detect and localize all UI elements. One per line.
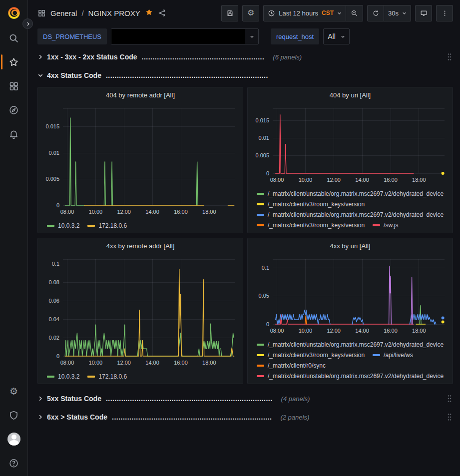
legend-item[interactable]: 10.0.3.2 [47,220,79,230]
svg-text:18:00: 18:00 [412,328,426,334]
sidebar: ⚙ [0,0,28,476]
legend-label: /_matrix/client/unstable/org.matrix.msc2… [268,373,444,380]
row-4xx[interactable]: 4xx Status Code ........................… [37,68,453,82]
legend-swatch [257,224,264,226]
sidebar-item-alerting[interactable] [0,122,28,146]
legend-label: /_matrix/client/unstable/org.matrix.msc2… [268,190,444,197]
row-title-leader: ........................................… [112,413,272,421]
timeseries-chart[interactable]: 00.0050.010.01508:0010:0012:0014:0016:00… [251,101,450,185]
grafana-app: ⚙ Gener [0,0,460,476]
svg-text:0.04: 0.04 [49,316,59,322]
svg-text:0: 0 [56,353,59,359]
zoom-out-time-button[interactable] [346,5,363,21]
legend-item[interactable]: 172.18.0.6 [87,371,127,381]
sidebar-item-dashboards[interactable] [0,74,28,98]
legend-swatch [373,354,380,356]
kebab-menu-button[interactable] [436,5,453,21]
svg-text:18:00: 18:00 [202,209,216,215]
row-drag-handle-icon[interactable] [447,53,452,61]
panel-title[interactable]: 404 by remote addr [All] [41,89,240,101]
svg-text:16:00: 16:00 [174,209,188,215]
legend-item[interactable]: /sw.js [373,220,398,230]
sidebar-item-profile[interactable] [0,427,28,451]
legend-swatch [257,365,264,367]
row-title-leader: ........................................… [106,71,268,79]
row-drag-handle-icon[interactable] [447,413,452,421]
bell-icon [8,129,19,139]
timeseries-chart[interactable]: 00.020.040.060.080.108:0010:0012:0014:00… [41,252,240,368]
chart-legend: /_matrix/client/unstable/org.matrix.msc2… [251,339,450,381]
save-icon [226,9,234,17]
legend-item[interactable]: /_matrix/client/unstable/org.matrix.msc2… [257,188,444,199]
svg-text:12:00: 12:00 [117,360,131,366]
variable-select-request-host[interactable]: All [323,28,350,44]
compass-icon [8,105,19,115]
svg-text:14:00: 14:00 [145,209,159,215]
svg-text:08:00: 08:00 [60,209,74,215]
legend-item[interactable]: 172.18.0.6 [87,220,127,230]
sidebar-item-help[interactable] [0,451,28,475]
toolbar: ⚙ Last 12 hours CST [221,5,453,21]
kebab-icon [441,9,449,17]
legend-item[interactable]: 10.0.3.2 [47,371,79,381]
time-range-picker[interactable]: Last 12 hours CST [263,5,346,21]
legend-item[interactable]: /_matrix/client/unstable/org.matrix.msc2… [257,371,444,381]
sidebar-item-configuration[interactable]: ⚙ [0,379,28,403]
sidebar-item-server-admin[interactable] [0,403,28,427]
svg-text:0.05: 0.05 [259,293,269,299]
timeseries-chart[interactable]: 00.0050.010.01508:0010:0012:0014:0016:00… [41,101,240,217]
legend-label: 10.0.3.2 [58,222,79,229]
breadcrumb-section[interactable]: General [50,9,77,17]
sidebar-expand-button[interactable] [22,18,33,29]
sidebar-item-search[interactable] [0,26,28,50]
dashboards-grid-icon [8,81,19,91]
panel-title[interactable]: 4xx by uri [All] [251,240,450,252]
sidebar-item-explore[interactable] [0,98,28,122]
chart-legend: /_matrix/client/unstable/org.matrix.msc2… [251,188,450,230]
svg-text:14:00: 14:00 [145,360,159,366]
row-drag-handle-icon[interactable] [447,395,452,403]
legend-label: /_matrix/client/v3/room_keys/version [268,352,365,359]
svg-text:0.06: 0.06 [49,298,59,304]
chart-legend: 10.0.3.2172.18.0.6 [41,220,240,230]
legend-swatch [257,203,264,205]
breadcrumb: General / NGINX PROXY [37,8,166,18]
dashboard-canvas: 1xx - 3xx - 2xx Status Code ............… [28,47,460,476]
legend-item[interactable]: /_matrix/client/v3/room_keys/version [257,350,365,360]
favorite-star-icon[interactable] [145,8,153,18]
row-title-leader: ........................................… [106,395,273,403]
svg-text:10:00: 10:00 [89,360,103,366]
row-6xx[interactable]: 6xx > Status Code ......................… [37,410,453,424]
svg-text:0.1: 0.1 [262,265,269,271]
variable-select-ds-prometheus[interactable] [111,28,259,44]
panel-title[interactable]: 4xx by remote addr [All] [41,240,240,252]
svg-text:0.1: 0.1 [52,261,59,267]
svg-text:12:00: 12:00 [327,177,341,183]
panel-404-by-uri: 404 by uri [All] 00.0050.010.01508:0010:… [247,87,453,233]
refresh-button[interactable] [367,5,384,21]
variable-label-request-host: request_host [271,28,319,44]
svg-text:0.02: 0.02 [49,335,59,341]
timeseries-chart[interactable]: 00.050.108:0010:0012:0014:0016:0018:00 [251,252,450,336]
sidebar-item-starred[interactable] [0,50,28,74]
dashboard-settings-button[interactable]: ⚙ [242,5,259,21]
legend-item[interactable]: /_matrix/client/unstable/org.matrix.msc2… [257,209,444,220]
row-5xx[interactable]: 5xx Status Code ........................… [37,392,453,406]
row-1xx-3xx-2xx[interactable]: 1xx - 3xx - 2xx Status Code ............… [37,50,453,64]
cycle-view-mode-button[interactable] [415,5,432,21]
share-icon[interactable] [158,9,166,17]
save-dashboard-button[interactable] [221,5,238,21]
redacted-value [111,29,245,44]
svg-text:0: 0 [266,321,269,327]
legend-item[interactable]: /_matrix/client/v3/room_keys/version [257,199,365,209]
legend-item[interactable]: /api/live/ws [373,350,413,360]
legend-item[interactable]: /_matrix/client/r0/sync [257,360,326,371]
legend-item[interactable]: /_matrix/client/unstable/org.matrix.msc2… [257,339,444,350]
legend-item[interactable]: /_matrix/client/v3/room_keys/version [257,220,365,230]
time-controls: Last 12 hours CST [263,5,363,21]
panel-4xx-by-uri: 4xx by uri [All] 00.050.108:0010:0012:00… [247,238,453,384]
zoom-out-icon [351,9,358,17]
panel-title[interactable]: 404 by uri [All] [251,89,450,101]
chevron-down-icon [250,34,254,39]
refresh-interval-picker[interactable]: 30s [384,5,411,21]
